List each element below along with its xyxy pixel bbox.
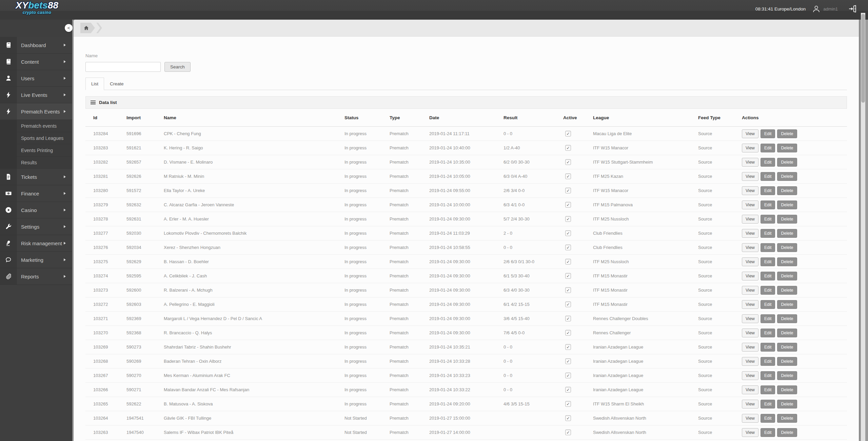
edit-button[interactable]: Edit: [761, 201, 775, 209]
scrollbar-thumb[interactable]: [861, 14, 865, 103]
logout-icon[interactable]: [848, 4, 857, 13]
delete-button[interactable]: Delete: [777, 172, 797, 181]
view-button[interactable]: View: [742, 172, 758, 181]
delete-button[interactable]: Delete: [777, 257, 797, 266]
delete-button[interactable]: Delete: [777, 144, 797, 152]
view-button[interactable]: View: [742, 286, 758, 295]
delete-button[interactable]: Delete: [777, 215, 797, 224]
view-button[interactable]: View: [742, 186, 758, 195]
edit-button[interactable]: Edit: [761, 343, 775, 352]
edit-button[interactable]: Edit: [761, 186, 775, 195]
active-checkbox[interactable]: ✓: [565, 373, 571, 378]
active-checkbox[interactable]: ✓: [565, 245, 571, 250]
active-checkbox[interactable]: ✓: [565, 415, 571, 421]
delete-button[interactable]: Delete: [777, 385, 797, 394]
view-button[interactable]: View: [742, 371, 758, 380]
sidebar-subitem-sports-and-leagues[interactable]: Sports and Leagues: [0, 132, 72, 144]
sidebar-subitem-events-printing[interactable]: Events Printing: [0, 144, 72, 156]
sidebar-item-live-events[interactable]: Live Events: [0, 87, 72, 103]
active-checkbox[interactable]: ✓: [565, 316, 571, 321]
sidebar-collapse-button[interactable]: <: [65, 24, 73, 32]
view-button[interactable]: View: [742, 414, 758, 423]
sidebar-item-prematch-events[interactable]: Prematch Events: [0, 103, 72, 120]
delete-button[interactable]: Delete: [777, 201, 797, 209]
edit-button[interactable]: Edit: [761, 172, 775, 181]
sidebar-item-dashboard[interactable]: Dashboard: [0, 37, 72, 54]
active-checkbox[interactable]: ✓: [565, 287, 571, 293]
view-button[interactable]: View: [742, 144, 758, 152]
sidebar-item-risk-management[interactable]: Risk management: [0, 235, 72, 252]
active-checkbox[interactable]: ✓: [565, 216, 571, 222]
sidebar-item-tickets[interactable]: Tickets: [0, 169, 72, 185]
active-checkbox[interactable]: ✓: [565, 159, 571, 165]
edit-button[interactable]: Edit: [761, 229, 775, 238]
search-input[interactable]: [85, 62, 161, 72]
sidebar-subitem-prematch-events[interactable]: Prematch events: [0, 120, 72, 132]
view-button[interactable]: View: [742, 201, 758, 209]
delete-button[interactable]: Delete: [777, 314, 797, 323]
active-checkbox[interactable]: ✓: [565, 344, 571, 350]
edit-button[interactable]: Edit: [761, 329, 775, 337]
edit-button[interactable]: Edit: [761, 129, 775, 138]
sidebar-subitem-results[interactable]: Results: [0, 156, 72, 169]
edit-button[interactable]: Edit: [761, 314, 775, 323]
edit-button[interactable]: Edit: [761, 385, 775, 394]
sidebar-item-marketing[interactable]: Marketing: [0, 252, 72, 268]
active-checkbox[interactable]: ✓: [565, 131, 571, 136]
delete-button[interactable]: Delete: [777, 186, 797, 195]
edit-button[interactable]: Edit: [761, 357, 775, 366]
active-checkbox[interactable]: ✓: [565, 387, 571, 393]
view-button[interactable]: View: [742, 400, 758, 408]
view-button[interactable]: View: [742, 257, 758, 266]
view-button[interactable]: View: [742, 215, 758, 224]
view-button[interactable]: View: [742, 300, 758, 309]
active-checkbox[interactable]: ✓: [565, 358, 571, 364]
edit-button[interactable]: Edit: [761, 371, 775, 380]
active-checkbox[interactable]: ✓: [565, 259, 571, 265]
delete-button[interactable]: Delete: [777, 300, 797, 309]
sidebar-item-finance[interactable]: Finance: [0, 185, 72, 202]
delete-button[interactable]: Delete: [777, 428, 797, 437]
delete-button[interactable]: Delete: [777, 243, 797, 252]
edit-button[interactable]: Edit: [761, 215, 775, 224]
view-button[interactable]: View: [742, 329, 758, 337]
breadcrumb-home[interactable]: [80, 23, 95, 33]
view-button[interactable]: View: [742, 357, 758, 366]
active-checkbox[interactable]: ✓: [565, 273, 571, 279]
active-checkbox[interactable]: ✓: [565, 429, 571, 435]
delete-button[interactable]: Delete: [777, 400, 797, 408]
delete-button[interactable]: Delete: [777, 414, 797, 423]
active-checkbox[interactable]: ✓: [565, 330, 571, 336]
search-button[interactable]: Search: [164, 62, 191, 72]
edit-button[interactable]: Edit: [761, 257, 775, 266]
active-checkbox[interactable]: ✓: [565, 145, 571, 151]
delete-button[interactable]: Delete: [777, 371, 797, 380]
delete-button[interactable]: Delete: [777, 343, 797, 352]
sidebar-item-content[interactable]: Content: [0, 54, 72, 70]
edit-button[interactable]: Edit: [761, 158, 775, 167]
edit-button[interactable]: Edit: [761, 144, 775, 152]
view-button[interactable]: View: [742, 243, 758, 252]
active-checkbox[interactable]: ✓: [565, 401, 571, 407]
tab-list[interactable]: List: [85, 78, 104, 90]
delete-button[interactable]: Delete: [777, 158, 797, 167]
tab-create[interactable]: Create: [104, 78, 130, 90]
view-button[interactable]: View: [742, 129, 758, 138]
sidebar-item-casino[interactable]: Casino: [0, 202, 72, 218]
view-button[interactable]: View: [742, 343, 758, 352]
delete-button[interactable]: Delete: [777, 272, 797, 280]
delete-button[interactable]: Delete: [777, 229, 797, 238]
delete-button[interactable]: Delete: [777, 357, 797, 366]
view-button[interactable]: View: [742, 428, 758, 437]
edit-button[interactable]: Edit: [761, 414, 775, 423]
edit-button[interactable]: Edit: [761, 243, 775, 252]
sidebar-item-users[interactable]: Users: [0, 70, 72, 87]
active-checkbox[interactable]: ✓: [565, 202, 571, 208]
delete-button[interactable]: Delete: [777, 329, 797, 337]
view-button[interactable]: View: [742, 314, 758, 323]
view-button[interactable]: View: [742, 229, 758, 238]
active-checkbox[interactable]: ✓: [565, 301, 571, 307]
user-menu[interactable]: admin1: [812, 4, 838, 14]
page-scrollbar[interactable]: [861, 13, 865, 441]
view-button[interactable]: View: [742, 385, 758, 394]
